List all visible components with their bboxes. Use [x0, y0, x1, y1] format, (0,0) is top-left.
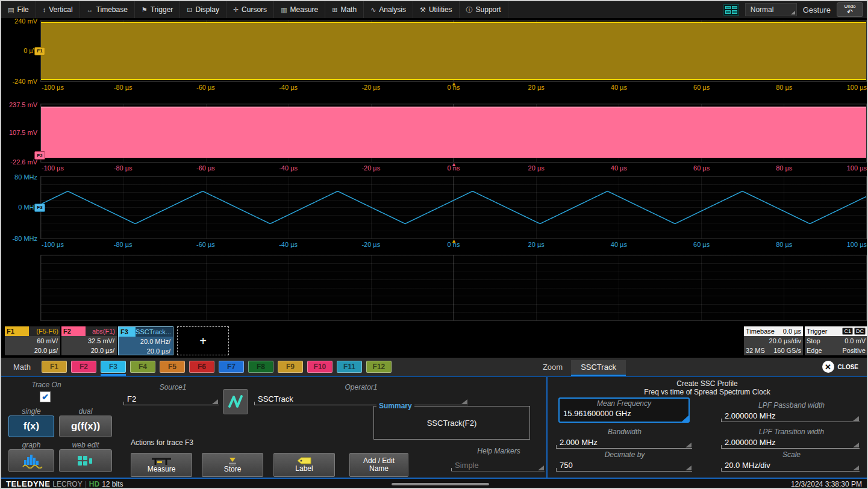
f3-trace-marker[interactable]: F3 — [34, 204, 45, 212]
vertical-icon: ↕ — [43, 6, 46, 13]
lpf-passband-dropdown[interactable]: 2.000000 MHz — [721, 411, 860, 422]
x-tick-label: 100 µs — [847, 84, 867, 91]
graph-icon — [19, 453, 43, 469]
empty-graticule[interactable] — [40, 255, 867, 321]
graticule-f3[interactable]: 80 MHz 0 MHz -80 MHz F3 — [40, 176, 867, 239]
trace-settings-panel: Trace On ✔ single dual f(x) g(f(x)) grap… — [1, 377, 119, 478]
gesture-label[interactable]: Gesture — [803, 5, 831, 14]
measure-label: Measure — [148, 466, 176, 473]
mean-frequency-field[interactable]: Mean Frequency 15.961600000 GHz — [558, 397, 690, 423]
menu-item-measure[interactable]: ▥Measure — [274, 1, 325, 18]
menu-item-timebase[interactable]: ↔Timebase — [80, 1, 135, 18]
waveform-display-area: 240 mV 0 µV -240 mV F1 ▲ -100 µs-80 µs-6… — [1, 18, 867, 324]
x-tick-label: 0 ns — [448, 164, 460, 172]
f3-descriptor-box-selected[interactable]: F3SSCTrack... 20.0 MHz/ 20.0 µs/ — [118, 326, 173, 355]
trigger-slope: Positive — [842, 346, 866, 355]
graph-view-button[interactable] — [8, 449, 54, 472]
decimate-by-dropdown[interactable]: 750 — [556, 460, 692, 472]
menu-item-math[interactable]: ⊞Math — [325, 1, 364, 18]
cursors-icon: ✛ — [233, 6, 239, 14]
tab-f3[interactable]: F3 — [101, 361, 126, 373]
display-icon: ⊡ — [187, 6, 192, 14]
f2-trace-marker[interactable]: F2 — [34, 151, 45, 160]
tab-f9[interactable]: F9 — [278, 361, 303, 373]
graticule-f1[interactable]: 240 mV 0 µV -240 mV F1 — [40, 20, 867, 82]
source1-dropdown[interactable]: F2 — [123, 394, 219, 405]
f2-descriptor-box[interactable]: F2abs(F1) 32.5 mV/ 20.0 µs/ — [61, 326, 117, 355]
status-scrollbar-thumb[interactable] — [392, 483, 489, 485]
x-tick-label: -60 µs — [196, 241, 215, 248]
f2-waveform-band — [41, 107, 866, 158]
help-markers-dropdown[interactable]: Simple — [451, 460, 545, 472]
x-tick-label: -100 µs — [42, 241, 64, 248]
menu-item-support[interactable]: ⓘSupport — [460, 1, 508, 18]
x-tick-label: -40 µs — [279, 164, 298, 172]
trigger-type: Edge — [807, 346, 822, 355]
web-edit-button[interactable] — [59, 449, 112, 472]
menu-item-trigger[interactable]: ⚑Trigger — [135, 1, 180, 18]
timebase-info-box[interactable]: Timebase0.0 µs 20.0 µs/div 32 MS160 GS/s — [744, 326, 803, 355]
close-label: CLOSE — [838, 364, 858, 370]
tab-f1[interactable]: F1 — [42, 361, 67, 373]
display-mode-dropdown[interactable]: Normal — [745, 3, 797, 16]
tab-f11[interactable]: F11 — [337, 361, 362, 373]
math-icon: ⊞ — [332, 6, 337, 14]
store-button[interactable]: Store — [202, 453, 263, 477]
brand-teledyne: TELEDYNE — [6, 479, 50, 488]
trace-on-checkbox[interactable]: ✔ — [40, 391, 51, 402]
x-tick-label: 20 µs — [528, 164, 545, 172]
menu-item-display[interactable]: ⊡Display — [180, 1, 226, 18]
label-button[interactable]: Label — [273, 453, 335, 477]
menu-item-cursors[interactable]: ✛Cursors — [226, 1, 274, 18]
menu-item-utilities[interactable]: ⚒Utilities — [413, 1, 460, 18]
f3-descriptor-formula: SSCTrack... — [136, 327, 173, 337]
lpf-passband-label: LPF Passband width — [723, 401, 860, 410]
actions-for-trace-label: Actions for trace F3 — [131, 438, 193, 447]
single-function-button[interactable]: f(x) — [8, 416, 54, 437]
tab-f10[interactable]: F10 — [307, 361, 333, 373]
undo-button[interactable]: Undo ↶ — [837, 2, 863, 17]
f2-vertical-scale: 32.5 mV/ — [61, 336, 117, 346]
scale-dropdown[interactable]: 20.0 MHz/div — [721, 460, 860, 472]
tab-ssctrack[interactable]: SSCTrack — [571, 360, 626, 374]
lpf-transition-dropdown[interactable]: 2.000000 MHz — [721, 437, 860, 449]
ssc-panel-title: Create SSC Profile Freq vs time of Sprea… — [548, 379, 867, 397]
function-tabs: F1F2F3F4F5F6F7F8F9F10F11F12 — [42, 361, 396, 373]
ssc-profile-panel: Create SSC Profile Freq vs time of Sprea… — [546, 377, 867, 478]
menu-item-file[interactable]: ▤File — [1, 1, 36, 18]
web-edit-label: web edit — [58, 441, 113, 449]
menu-item-analysis[interactable]: ∿Analysis — [364, 1, 413, 18]
x-tick-label: -60 µs — [196, 84, 215, 91]
tab-f8[interactable]: F8 — [248, 361, 273, 373]
measure-button[interactable]: Measure — [131, 453, 192, 477]
bit-depth-label: 12 bits — [102, 480, 123, 488]
oscilloscope-app: ▤File↕Vertical↔Timebase⚑Trigger⊡Display✛… — [0, 0, 868, 489]
graticule-f2[interactable]: 237.5 mV 107.5 mV -22.6 mV F2 — [40, 104, 867, 163]
x-tick-label: -60 µs — [196, 164, 215, 172]
tab-f7[interactable]: F7 — [219, 361, 244, 373]
tab-f5[interactable]: F5 — [160, 361, 185, 373]
trigger-info-box[interactable]: Trigger C1DC Stop0.0 mV EdgePositive — [805, 326, 867, 355]
operator1-dropdown[interactable]: SSCTrack — [254, 394, 468, 405]
x-tick-label: -100 µs — [42, 84, 64, 91]
tab-f4[interactable]: F4 — [130, 361, 155, 373]
f2-y-top-label: 237.5 mV — [2, 101, 37, 108]
menu-right-controls: Normal Gesture Undo ↶ — [723, 2, 867, 17]
close-icon[interactable]: ✕ — [822, 361, 834, 373]
bandwidth-dropdown[interactable]: 2.000 MHz — [556, 437, 692, 449]
f1-descriptor-formula: (F5-F6) — [29, 326, 60, 336]
display-layout-icon[interactable] — [723, 4, 739, 16]
add-trace-button[interactable]: + — [177, 326, 229, 355]
f1-descriptor-box[interactable]: F1(F5-F6) 60 mV/ 20.0 µs/ — [5, 326, 60, 355]
f1-trace-marker[interactable]: F1 — [34, 47, 45, 55]
add-edit-name-button[interactable]: Add / Edit Name — [349, 453, 408, 477]
x-tick-label: 20 µs — [528, 84, 545, 91]
x-tick-label: 60 µs — [693, 84, 710, 91]
tab-f12[interactable]: F12 — [366, 361, 392, 373]
dual-function-button[interactable]: g(f(x)) — [59, 416, 112, 437]
tab-f2[interactable]: F2 — [71, 361, 96, 373]
tab-f6[interactable]: F6 — [189, 361, 214, 373]
menu-item-vertical[interactable]: ↕Vertical — [36, 1, 80, 18]
math-dialog: Math F1F2F3F4F5F6F7F8F9F10F11F12 Zoom SS… — [1, 358, 867, 479]
tab-zoom[interactable]: Zoom — [534, 360, 571, 374]
